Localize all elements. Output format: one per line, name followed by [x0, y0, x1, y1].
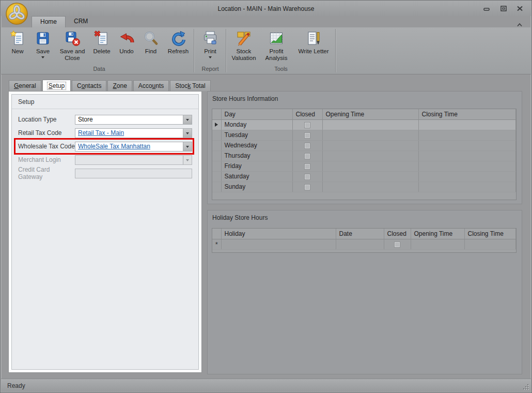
closed-checkbox[interactable] [304, 122, 310, 128]
closing-time-cell[interactable] [418, 182, 516, 192]
holiday-cell[interactable] [221, 239, 336, 249]
opening-time-cell[interactable] [322, 119, 418, 130]
opening-time-cell[interactable] [322, 140, 418, 150]
holiday-new-row[interactable]: * [212, 239, 516, 249]
opening-time-cell[interactable] [322, 150, 418, 161]
wholesale-tax-code-link[interactable]: WholeSale Tax Manhattan [78, 143, 150, 150]
dropdown-arrow-icon[interactable] [183, 115, 192, 124]
title-bar[interactable]: Location - MAIN - Main Warehouse [1, 1, 531, 16]
column-header-closed[interactable]: Closed [292, 109, 322, 119]
write-letter-button[interactable]: Write Letter [292, 28, 335, 66]
tab-setup[interactable]: Setup [42, 80, 71, 91]
retail-tax-code-combo[interactable]: Retail Tax - Main [75, 128, 192, 138]
save-and-close-button[interactable]: Save and Close [56, 28, 89, 66]
wholesale-tax-code-combo[interactable]: WholeSale Tax Manhattan [75, 142, 192, 152]
table-row-saturday[interactable]: Saturday [212, 171, 516, 182]
tab-zone[interactable]: Zone [107, 80, 132, 91]
closed-checkbox[interactable] [304, 143, 310, 149]
closed-checkbox[interactable] [394, 241, 400, 248]
table-row-monday[interactable]: Monday [212, 119, 516, 130]
refresh-button[interactable]: Refresh [163, 28, 193, 66]
tab-zone-label: Zone [113, 82, 127, 89]
day-cell[interactable]: Saturday [221, 171, 292, 182]
tab-label-part: eneral [19, 82, 36, 89]
resize-grip[interactable] [523, 384, 529, 390]
find-button[interactable]: Find [138, 28, 163, 66]
day-cell[interactable]: Thursday [221, 150, 292, 161]
save-dropdown-arrow-icon[interactable] [41, 56, 44, 60]
save-button[interactable]: Save [30, 28, 56, 66]
closed-cell[interactable] [292, 130, 322, 140]
print-button[interactable]: Print [195, 28, 225, 66]
app-menu-button[interactable] [5, 2, 28, 25]
collapse-ribbon-button[interactable] [517, 20, 523, 29]
closed-checkbox[interactable] [304, 163, 310, 170]
stock-valuation-button[interactable]: Stock Valuation [227, 28, 260, 66]
table-row-friday[interactable]: Friday [212, 161, 516, 171]
retail-tax-code-link[interactable]: Retail Tax - Main [78, 129, 124, 137]
day-cell[interactable]: Wednesday [221, 140, 292, 150]
column-header-closing-time[interactable]: Closing Time [418, 109, 516, 119]
table-row-tuesday[interactable]: Tuesday [212, 130, 516, 140]
ribbon-tab-home[interactable]: Home [32, 16, 66, 27]
day-cell[interactable]: Sunday [221, 182, 292, 192]
closed-checkbox[interactable] [304, 184, 310, 190]
column-header-closing-time[interactable]: Closing Time [464, 229, 516, 239]
table-row-thursday[interactable]: Thursday [212, 150, 516, 161]
closing-time-cell[interactable] [418, 119, 516, 130]
closing-time-cell[interactable] [418, 150, 516, 161]
new-button[interactable]: New [5, 28, 30, 66]
print-dropdown-arrow-icon[interactable] [209, 56, 212, 60]
closing-time-cell[interactable] [464, 239, 516, 249]
status-text: Ready [1, 379, 531, 389]
closed-checkbox[interactable] [304, 174, 310, 180]
closing-time-cell[interactable] [418, 130, 516, 140]
closing-time-cell[interactable] [418, 161, 516, 171]
column-header-opening-time[interactable]: Opening Time [322, 109, 418, 119]
profit-analysis-button[interactable]: Profit Analysis [260, 28, 292, 66]
date-cell[interactable] [336, 239, 384, 249]
table-row-sunday[interactable]: Sunday [212, 182, 516, 192]
opening-time-cell[interactable] [411, 239, 464, 249]
opening-time-cell[interactable] [322, 171, 418, 182]
location-type-combo[interactable]: Store [75, 115, 192, 125]
column-header-day[interactable]: Day [221, 109, 292, 119]
page-tab-strip: General Setup Contacts Zone Accounts Sto… [9, 80, 211, 91]
closed-checkbox[interactable] [304, 153, 310, 159]
table-row-wednesday[interactable]: Wednesday [212, 140, 516, 150]
closing-time-cell[interactable] [418, 140, 516, 150]
column-header-holiday[interactable]: Holiday [221, 229, 336, 239]
column-header-date[interactable]: Date [336, 229, 384, 239]
close-button[interactable] [516, 5, 524, 11]
tab-general[interactable]: General [9, 80, 41, 91]
closed-cell[interactable] [292, 171, 322, 182]
day-cell[interactable]: Monday [221, 119, 292, 130]
closed-checkbox[interactable] [304, 132, 310, 139]
undo-button-label: Undo [119, 48, 134, 55]
closed-cell[interactable] [292, 140, 322, 150]
opening-time-cell[interactable] [322, 161, 418, 171]
dropdown-arrow-icon[interactable] [183, 129, 192, 138]
restore-button[interactable] [499, 5, 507, 11]
column-header-opening-time[interactable]: Opening Time [411, 229, 464, 239]
minimize-button[interactable] [483, 5, 491, 11]
dropdown-arrow-icon[interactable] [183, 142, 192, 151]
ribbon-tab-crm[interactable]: CRM [66, 16, 96, 27]
day-cell[interactable]: Friday [221, 161, 292, 171]
closed-cell[interactable] [292, 161, 322, 171]
tab-contacts[interactable]: Contacts [72, 80, 106, 91]
delete-button[interactable]: Delete [89, 28, 115, 66]
day-cell[interactable]: Tuesday [221, 130, 292, 140]
tab-accounts[interactable]: Accounts [133, 80, 169, 91]
closed-cell[interactable] [384, 239, 411, 249]
closed-cell[interactable] [292, 119, 322, 130]
opening-time-cell[interactable] [322, 182, 418, 192]
closed-cell[interactable] [292, 182, 322, 192]
closing-time-cell[interactable] [418, 171, 516, 182]
tab-stock-total[interactable]: Stock Total [170, 80, 210, 91]
ribbon-group-separator [335, 29, 336, 72]
closed-cell[interactable] [292, 150, 322, 161]
opening-time-cell[interactable] [322, 130, 418, 140]
column-header-closed[interactable]: Closed [384, 229, 411, 239]
undo-button[interactable]: Undo [115, 28, 138, 66]
